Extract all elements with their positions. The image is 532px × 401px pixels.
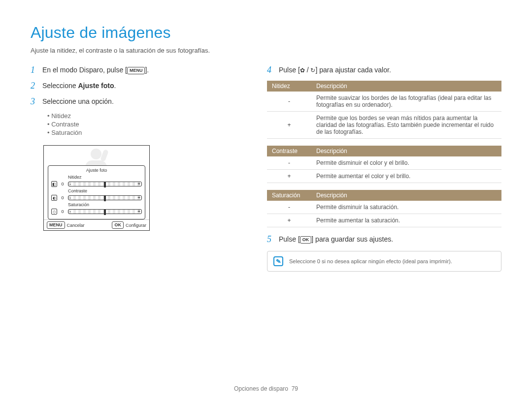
screen-footer: MENUCancelar OKConfigurar [44,219,149,230]
th-desc: Descripción [311,146,501,156]
note-box: ✎ Seleccione 0 si no desea aplicar ningú… [267,251,501,272]
row-saturacion: ◇ 0 [51,209,142,215]
bullet-contraste: Contraste [47,121,247,128]
step-2-text: Seleccione Ajuste foto. [42,81,116,90]
slider-saturacion [68,209,142,214]
step-5-text: Pulse [OK] para guardar sus ajustes. [279,234,393,244]
bullet-nitidez: Nitidez [47,112,247,120]
note-text: Seleccione 0 si no desea aplicar ningún … [289,258,452,264]
slider-contraste [68,195,142,200]
step-number-5: 5 [267,234,274,244]
page-subtitle: Ajuste la nitidez, el contraste o la sat… [31,47,501,54]
table-row: -Permite disminuir el color y el brillo. [267,156,501,170]
page-title: Ajuste de imágenes [31,24,501,42]
th-desc: Descripción [311,190,501,201]
step-number-3: 3 [31,96,37,106]
th-contraste: Contraste [267,146,311,156]
row-value: 0 [60,195,65,200]
right-column: 4 Pulse [✿ / ↻] para ajustar cada valor.… [267,65,501,272]
table-nitidez: NitidezDescripción -Permite suavizar los… [267,81,501,139]
bullet-saturacion: Saturación [47,129,247,136]
row-label-saturacion: Saturación [68,202,98,207]
saturation-icon: ◇ [51,209,57,215]
ok-icon: OK [112,221,124,229]
timer-icon: ↻ [310,67,315,74]
row-label-contraste: Contraste [68,188,98,193]
step-3-text: Seleccione una opción. [42,96,114,105]
option-bullets: Nitidez Contraste Saturación [47,112,247,136]
step-number-4: 4 [267,65,274,75]
ok-icon: OK [300,236,312,244]
table-row: +Permite aumentar el color y el brillo. [267,170,501,183]
table-contraste: ContrasteDescripción -Permite disminuir … [267,146,501,183]
row-value: 0 [60,182,65,186]
flower-icon: ✿ [300,67,305,74]
step-4-text: Pulse [✿ / ↻] para ajustar cada valor. [279,65,391,74]
camera-screen-mockup: Ajuste foto Nitidez ◧ 0 Contraste ◐ 0 [43,145,150,231]
row-contraste: ◐ 0 [51,195,142,201]
menu-icon: MENU [127,67,145,74]
step-number-1: 1 [31,65,37,75]
th-desc: Descripción [311,81,501,92]
table-row: -Permite suavizar los bordes de las foto… [267,92,501,112]
table-row: -Permite disminuir la saturación. [267,201,501,214]
table-row: +Permite que los bordes se vean más níti… [267,112,501,139]
row-nitidez: ◧ 0 [51,181,142,187]
slider-nitidez [68,182,142,186]
row-label-nitidez: Nitidez [68,175,98,180]
table-row: +Permite aumentar la saturación. [267,214,501,227]
page-footer: Opciones de disparo 79 [0,385,532,392]
row-value: 0 [60,209,65,214]
panel-title: Ajuste foto [51,168,142,173]
step-number-2: 2 [31,81,37,91]
sharpness-icon: ◧ [51,181,57,187]
left-column: 1 En el modo Disparo, pulse [MENU]. 2 Se… [31,65,247,272]
menu-icon: MENU [47,221,65,229]
note-icon: ✎ [273,256,283,266]
th-saturacion: Saturación [267,190,311,201]
adjust-panel: Ajuste foto Nitidez ◧ 0 Contraste ◐ 0 [48,165,145,219]
th-nitidez: Nitidez [267,81,311,92]
step-1-text: En el modo Disparo, pulse [MENU]. [42,65,149,74]
contrast-icon: ◐ [51,195,57,201]
table-saturacion: SaturaciónDescripción -Permite disminuir… [267,190,501,227]
